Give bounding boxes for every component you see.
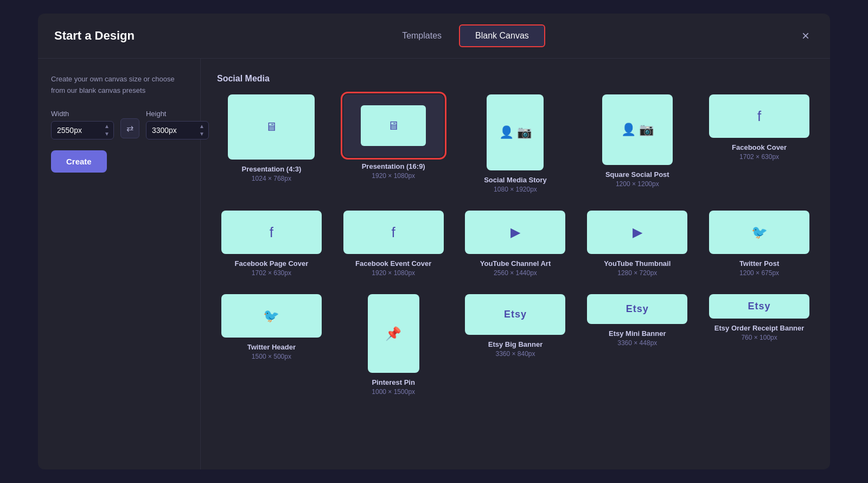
card-name-12: Etsy Big Banner bbox=[488, 340, 542, 348]
card-name-9: Twitter Post bbox=[739, 259, 779, 268]
card-size-5: 1702 × 630px bbox=[252, 269, 291, 277]
facebook-icon-3: f bbox=[392, 224, 395, 241]
card-name-10: Twitter Header bbox=[247, 343, 296, 351]
pinterest-icon: 📌 bbox=[385, 326, 401, 341]
card-thumb-facebook-cover: f bbox=[709, 94, 809, 138]
card-size-7: 2560 × 1440px bbox=[494, 269, 537, 277]
card-thumb-social-story: 👤 📷 bbox=[487, 94, 544, 170]
monitor-icon-2: 🖥 bbox=[387, 119, 399, 133]
header-tabs: Templates Blank Canvas bbox=[387, 24, 545, 47]
card-square-social[interactable]: 👤 📷 Square Social Post 1200 × 1200px bbox=[583, 94, 692, 193]
card-size-10: 1500 × 500px bbox=[252, 353, 291, 360]
social-icon: 👤 📷 bbox=[499, 125, 532, 139]
twitter-icon-2: 🐦 bbox=[263, 308, 279, 323]
card-twitter-header[interactable]: 🐦 Twitter Header 1500 × 500px bbox=[217, 294, 326, 396]
card-size-4: 1702 × 630px bbox=[739, 153, 779, 161]
card-name-7: YouTube Channel Art bbox=[480, 259, 551, 268]
card-name-3: Square Social Post bbox=[605, 170, 669, 179]
card-size-1: 1920 × 1080px bbox=[372, 172, 415, 180]
create-button[interactable]: Create bbox=[51, 150, 107, 173]
width-up[interactable]: ▲ bbox=[104, 123, 110, 130]
youtube-icon: ▶ bbox=[510, 225, 520, 240]
card-grid-row3: 🐦 Twitter Header 1500 × 500px 📌 Pinteres… bbox=[217, 294, 814, 396]
card-name-6: Facebook Event Cover bbox=[355, 259, 431, 268]
card-thumb-presentation-169: 🖥 bbox=[343, 94, 444, 157]
card-grid-row1: 🖥 Presentation (4:3) 1024 × 768px 🖥 Pres… bbox=[217, 94, 814, 193]
card-pinterest[interactable]: 📌 Pinterest Pin 1000 × 1500px bbox=[339, 294, 448, 396]
content-area: Social Media 🖥 Presentation (4:3) 1024 ×… bbox=[201, 59, 830, 469]
card-thumb-twitter-post: 🐦 bbox=[709, 211, 809, 254]
card-thumb-yt-channel: ▶ bbox=[465, 211, 565, 254]
card-etsy-big[interactable]: Etsy Etsy Big Banner 3360 × 840px bbox=[461, 294, 570, 396]
card-presentation-43[interactable]: 🖥 Presentation (4:3) 1024 × 768px bbox=[217, 94, 326, 193]
twitter-icon: 🐦 bbox=[751, 225, 768, 240]
card-facebook-cover[interactable]: f Facebook Cover 1702 × 630px bbox=[705, 94, 814, 193]
card-name-4: Facebook Cover bbox=[732, 143, 787, 151]
card-fb-event[interactable]: f Facebook Event Cover 1920 × 1080px bbox=[339, 211, 448, 277]
card-fb-page-cover[interactable]: f Facebook Page Cover 1702 × 630px bbox=[217, 211, 326, 277]
card-size-3: 1200 × 1200px bbox=[616, 180, 659, 188]
card-size-12: 3360 × 840px bbox=[495, 350, 535, 358]
card-yt-channel[interactable]: ▶ YouTube Channel Art 2560 × 1440px bbox=[461, 211, 570, 277]
width-group: Width ▲ ▼ bbox=[51, 110, 114, 139]
card-name-0: Presentation (4:3) bbox=[241, 165, 301, 173]
card-size-11: 1000 × 1500px bbox=[372, 388, 415, 396]
tab-templates[interactable]: Templates bbox=[387, 24, 457, 47]
width-label: Width bbox=[51, 110, 114, 118]
card-thumb-fb-event: f bbox=[343, 211, 444, 254]
card-size-13: 3360 × 448px bbox=[617, 339, 657, 347]
etsy-icon-3: Etsy bbox=[748, 301, 771, 312]
card-etsy-mini[interactable]: Etsy Etsy Mini Banner 3360 × 448px bbox=[583, 294, 692, 396]
card-name-13: Etsy Mini Banner bbox=[609, 329, 666, 338]
etsy-icon-2: Etsy bbox=[626, 303, 649, 315]
section-title-social-media: Social Media bbox=[217, 74, 814, 84]
monitor-icon: 🖥 bbox=[265, 120, 277, 134]
start-design-modal: Start a Design Templates Blank Canvas × … bbox=[38, 14, 830, 469]
etsy-icon: Etsy bbox=[504, 309, 527, 320]
modal-title: Start a Design bbox=[54, 29, 135, 43]
close-button[interactable]: × bbox=[797, 26, 814, 46]
card-thumb-fb-page: f bbox=[221, 211, 322, 254]
social-icon-2: 👤 📷 bbox=[621, 123, 654, 137]
card-name-2: Social Media Story bbox=[484, 176, 547, 184]
facebook-icon: f bbox=[757, 108, 761, 125]
card-social-story[interactable]: 👤 📷 Social Media Story 1080 × 1920px bbox=[461, 94, 570, 193]
height-label: Height bbox=[146, 110, 209, 118]
tab-blank-canvas[interactable]: Blank Canvas bbox=[459, 24, 545, 47]
card-size-14: 760 × 100px bbox=[741, 334, 777, 341]
card-etsy-receipt[interactable]: Etsy Etsy Order Receipt Banner 760 × 100… bbox=[705, 294, 814, 396]
height-input[interactable] bbox=[146, 122, 195, 139]
card-size-0: 1024 × 768px bbox=[252, 175, 291, 182]
swap-button[interactable]: ⇄ bbox=[120, 118, 139, 138]
card-twitter-post[interactable]: 🐦 Twitter Post 1200 × 675px bbox=[705, 211, 814, 277]
card-thumb-twitter-header: 🐦 bbox=[221, 294, 322, 338]
card-name-14: Etsy Order Receipt Banner bbox=[714, 324, 804, 332]
width-down[interactable]: ▼ bbox=[104, 130, 110, 138]
card-name-8: YouTube Thumbnail bbox=[604, 259, 671, 268]
height-group: Height ▲ ▼ bbox=[146, 110, 209, 139]
card-size-6: 1920 × 1080px bbox=[372, 269, 415, 277]
card-size-2: 1080 × 1920px bbox=[494, 186, 537, 193]
card-presentation-169[interactable]: 🖥 Presentation (16:9) 1920 × 1080px bbox=[339, 94, 448, 193]
card-size-8: 1280 × 720px bbox=[617, 269, 657, 277]
modal-header: Start a Design Templates Blank Canvas × bbox=[38, 14, 830, 59]
card-grid-row2: f Facebook Page Cover 1702 × 630px f Fac… bbox=[217, 211, 814, 277]
card-thumb-pinterest: 📌 bbox=[368, 294, 419, 373]
card-yt-thumb[interactable]: ▶ YouTube Thumbnail 1280 × 720px bbox=[583, 211, 692, 277]
facebook-icon-2: f bbox=[270, 224, 273, 241]
width-arrows: ▲ ▼ bbox=[100, 122, 113, 139]
width-input[interactable] bbox=[52, 122, 100, 139]
card-thumb-etsy-big: Etsy bbox=[465, 294, 565, 335]
card-size-9: 1200 × 675px bbox=[739, 269, 779, 277]
card-thumb-presentation-43: 🖥 bbox=[228, 94, 315, 160]
width-input-wrap: ▲ ▼ bbox=[51, 121, 114, 139]
card-name-1: Presentation (16:9) bbox=[362, 162, 425, 170]
card-thumb-etsy-receipt: Etsy bbox=[709, 294, 809, 319]
card-thumb-square-social: 👤 📷 bbox=[602, 94, 673, 165]
card-thumb-yt-thumb: ▶ bbox=[587, 211, 687, 254]
card-name-11: Pinterest Pin bbox=[372, 378, 414, 386]
card-name-5: Facebook Page Cover bbox=[234, 259, 308, 268]
modal-body: Create your own canvas size or choose fr… bbox=[38, 59, 830, 469]
height-input-wrap: ▲ ▼ bbox=[146, 121, 209, 139]
card-thumb-etsy-mini: Etsy bbox=[587, 294, 687, 324]
